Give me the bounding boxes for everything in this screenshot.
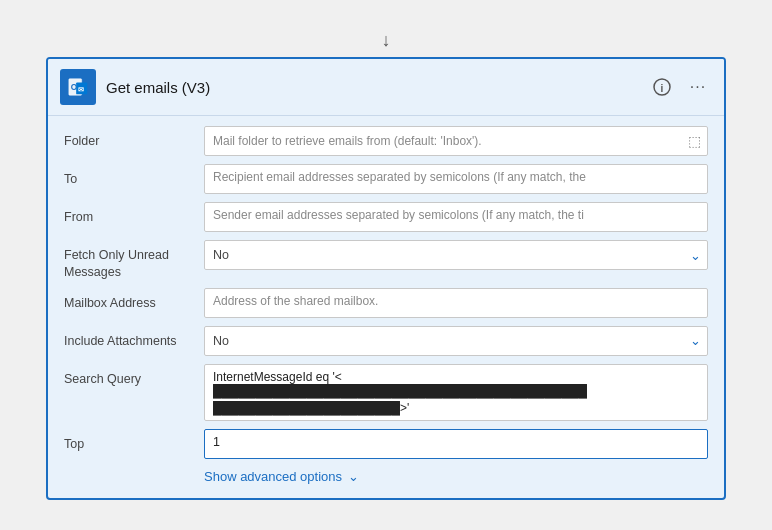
folder-placeholder: Mail folder to retrieve emails from (def… xyxy=(213,134,482,148)
info-icon: i xyxy=(653,78,671,96)
mailbox-label: Mailbox Address xyxy=(64,288,204,311)
fetch-unread-chevron-icon: ⌄ xyxy=(690,248,701,263)
attachments-select[interactable]: No ⌄ xyxy=(204,326,708,356)
sq-redacted1: ████████████████████████████████████████… xyxy=(213,384,587,398)
search-query-label: Search Query xyxy=(64,364,204,387)
to-row: To Recipient email addresses separated b… xyxy=(64,164,708,194)
mailbox-row: Mailbox Address Address of the shared ma… xyxy=(64,288,708,318)
card-title: Get emails (V3) xyxy=(106,79,638,96)
folder-label: Folder xyxy=(64,126,204,149)
sq-redacted2: ██████████████████████ xyxy=(213,401,400,415)
more-options-icon: ··· xyxy=(690,78,706,96)
card-header: O ✉ Get emails (V3) i ··· xyxy=(48,59,724,116)
sq-prefix: InternetMessageId eq '< xyxy=(213,370,342,384)
top-input[interactable]: 1 xyxy=(204,429,708,459)
mailbox-input[interactable]: Address of the shared mailbox. xyxy=(204,288,708,318)
sq-suffix: >' xyxy=(400,401,409,415)
fetch-unread-label: Fetch Only Unread Messages xyxy=(64,240,204,280)
folder-icon: ⬚ xyxy=(688,133,701,149)
show-advanced-chevron-icon: ⌄ xyxy=(348,469,359,484)
folder-row: Folder Mail folder to retrieve emails fr… xyxy=(64,126,708,156)
header-actions: i ··· xyxy=(648,73,712,101)
action-card: O ✉ Get emails (V3) i ··· xyxy=(46,57,726,500)
top-row: Top 1 xyxy=(64,429,708,459)
outlook-icon-box: O ✉ xyxy=(60,69,96,105)
more-options-button[interactable]: ··· xyxy=(684,73,712,101)
show-advanced-label: Show advanced options xyxy=(204,469,342,484)
top-label: Top xyxy=(64,429,204,452)
attachments-label: Include Attachments xyxy=(64,326,204,349)
fetch-unread-select[interactable]: No ⌄ xyxy=(204,240,708,270)
svg-text:i: i xyxy=(661,83,664,94)
show-advanced-options[interactable]: Show advanced options ⌄ xyxy=(204,469,708,484)
to-label: To xyxy=(64,164,204,187)
from-row: From Sender email addresses separated by… xyxy=(64,202,708,232)
svg-text:✉: ✉ xyxy=(78,85,84,94)
outlook-icon: O ✉ xyxy=(67,76,89,98)
flow-arrow: ↓ xyxy=(382,30,391,51)
attachments-row: Include Attachments No ⌄ xyxy=(64,326,708,356)
card-body: Folder Mail folder to retrieve emails fr… xyxy=(48,116,724,498)
to-input[interactable]: Recipient email addresses separated by s… xyxy=(204,164,708,194)
fetch-unread-value: No xyxy=(213,248,229,262)
search-query-row: Search Query InternetMessageId eq '<████… xyxy=(64,364,708,421)
fetch-unread-row: Fetch Only Unread Messages No ⌄ xyxy=(64,240,708,280)
from-input[interactable]: Sender email addresses separated by semi… xyxy=(204,202,708,232)
info-button[interactable]: i xyxy=(648,73,676,101)
attachments-value: No xyxy=(213,334,229,348)
search-query-line2: ██████████████████████>' xyxy=(213,401,699,415)
attachments-chevron-icon: ⌄ xyxy=(690,333,701,348)
search-query-line1: InternetMessageId eq '<█████████████████… xyxy=(213,370,699,398)
search-query-input[interactable]: InternetMessageId eq '<█████████████████… xyxy=(204,364,708,421)
folder-input[interactable]: Mail folder to retrieve emails from (def… xyxy=(204,126,708,156)
from-label: From xyxy=(64,202,204,225)
page-wrapper: ↓ O ✉ Get emails (V3) i xyxy=(26,30,746,500)
